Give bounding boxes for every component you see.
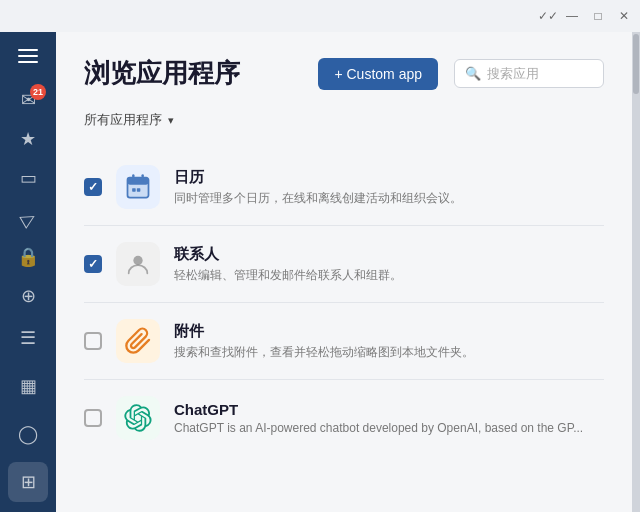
grid-icon: ⊞	[21, 471, 36, 493]
app-desc-attachments: 搜索和查找附件，查看并轻松拖动缩略图到本地文件夹。	[174, 344, 604, 361]
document-icon: ▭	[20, 167, 37, 189]
app-name-chatgpt: ChatGPT	[174, 401, 604, 418]
app-list: 日历 同时管理多个日历，在线和离线创建活动和组织会议。 联系人 轻松编辑、管理和…	[84, 149, 604, 456]
sidebar: ✉ 21 ★ ▭ ▷ 🔒 ⊕ ☰ ▦ ◯	[0, 32, 56, 512]
sidebar-item-add[interactable]: ⊕	[8, 279, 48, 314]
person-icon: ◯	[18, 423, 38, 445]
sidebar-item-favorites[interactable]: ★	[8, 121, 48, 156]
app-icon-calendar	[116, 165, 160, 209]
scrollbar-thumb[interactable]	[633, 34, 639, 94]
sidebar-item-profile[interactable]: ◯	[8, 414, 48, 454]
app-desc-calendar: 同时管理多个日历，在线和离线创建活动和组织会议。	[174, 190, 604, 207]
calendar-nav-icon: ▦	[20, 375, 37, 397]
app-item-chatgpt: ChatGPT ChatGPT is an AI-powered chatbot…	[84, 380, 604, 456]
app-info-chatgpt: ChatGPT ChatGPT is an AI-powered chatbot…	[174, 401, 604, 435]
app-icon-chatgpt	[116, 396, 160, 440]
sidebar-item-calendar[interactable]: ▦	[8, 366, 48, 406]
sidebar-item-send[interactable]: ▷	[8, 200, 48, 235]
lock-icon: 🔒	[17, 246, 39, 268]
app-info-calendar: 日历 同时管理多个日历，在线和离线创建活动和组织会议。	[174, 168, 604, 207]
app-checkbox-chatgpt[interactable]	[84, 409, 102, 427]
app-item-contacts: 联系人 轻松编辑、管理和发邮件给联系人和组群。	[84, 226, 604, 303]
svg-rect-2	[128, 178, 149, 185]
app-icon-contacts	[116, 242, 160, 286]
page-header: 浏览应用程序 + Custom app 🔍	[84, 56, 604, 91]
app-desc-chatgpt: ChatGPT is an AI-powered chatbot develop…	[174, 421, 604, 435]
app-item-calendar: 日历 同时管理多个日历，在线和离线创建活动和组织会议。	[84, 149, 604, 226]
app-item-attachments: 附件 搜索和查找附件，查看并轻松拖动缩略图到本地文件夹。	[84, 303, 604, 380]
app-container: ✉ 21 ★ ▭ ▷ 🔒 ⊕ ☰ ▦ ◯	[0, 32, 640, 512]
sidebar-item-apps[interactable]: ⊞	[8, 462, 48, 502]
hamburger-line-2	[18, 55, 38, 57]
close-button[interactable]: ✕	[616, 9, 632, 23]
star-icon: ★	[20, 128, 36, 150]
double-check-icon: ✓✓	[538, 9, 554, 23]
send-icon: ▷	[16, 205, 39, 231]
main-content: 浏览应用程序 + Custom app 🔍 所有应用程序 ▾	[56, 32, 632, 512]
app-name-attachments: 附件	[174, 322, 604, 341]
search-input[interactable]	[487, 66, 593, 81]
app-info-contacts: 联系人 轻松编辑、管理和发邮件给联系人和组群。	[174, 245, 604, 284]
sidebar-bottom: ☰ ▦ ◯ ⊞	[8, 316, 48, 504]
app-name-calendar: 日历	[174, 168, 604, 187]
maximize-button[interactable]: □	[590, 9, 606, 23]
app-icon-attachments	[116, 319, 160, 363]
plus-circle-icon: ⊕	[21, 285, 36, 307]
sidebar-item-notifications[interactable]: ✉ 21	[8, 82, 48, 117]
svg-rect-6	[137, 188, 141, 192]
app-desc-contacts: 轻松编辑、管理和发邮件给联系人和组群。	[174, 267, 604, 284]
titlebar: ✓✓ — □ ✕	[0, 0, 640, 32]
sidebar-item-list[interactable]: ☰	[8, 318, 48, 358]
app-checkbox-contacts[interactable]	[84, 255, 102, 273]
filter-row: 所有应用程序 ▾	[84, 111, 604, 129]
svg-rect-5	[132, 188, 136, 192]
hamburger-line-1	[18, 49, 38, 51]
filter-label: 所有应用程序	[84, 111, 162, 129]
sidebar-item-documents[interactable]: ▭	[8, 161, 48, 196]
app-name-contacts: 联系人	[174, 245, 604, 264]
app-info-attachments: 附件 搜索和查找附件，查看并轻松拖动缩略图到本地文件夹。	[174, 322, 604, 361]
list-icon: ☰	[20, 327, 36, 349]
search-icon: 🔍	[465, 66, 481, 81]
notification-badge: 21	[30, 84, 46, 100]
chevron-down-icon[interactable]: ▾	[168, 114, 174, 127]
svg-point-7	[133, 256, 142, 265]
custom-app-button[interactable]: + Custom app	[318, 58, 438, 90]
app-checkbox-attachments[interactable]	[84, 332, 102, 350]
sidebar-item-security[interactable]: 🔒	[8, 239, 48, 274]
search-box: 🔍	[454, 59, 604, 88]
hamburger-menu[interactable]	[10, 40, 46, 72]
scrollbar-track[interactable]	[632, 32, 640, 512]
minimize-button[interactable]: —	[564, 9, 580, 23]
page-title: 浏览应用程序	[84, 56, 302, 91]
hamburger-line-3	[18, 61, 38, 63]
app-checkbox-calendar[interactable]	[84, 178, 102, 196]
